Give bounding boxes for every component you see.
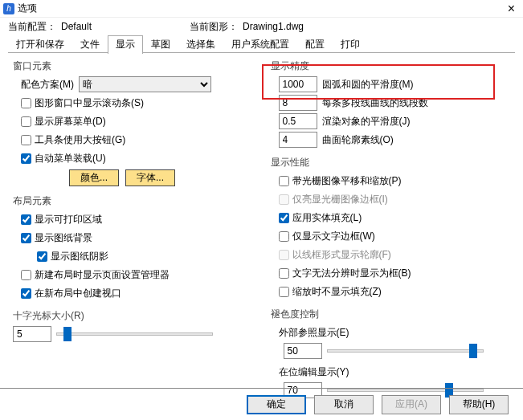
chk-auto-menu[interactable]: 自动菜单装载(U) xyxy=(21,152,106,165)
group-window-elements: 窗口元素 配色方案(M) 暗 图形窗口中显示滚动条(S) 显示屏幕菜单(D) 工… xyxy=(8,59,258,186)
chk-paper-shadow[interactable]: 显示图纸阴影 xyxy=(37,250,108,263)
chk-text-box[interactable]: 文字无法分辨时显示为框(B) xyxy=(279,267,411,280)
chk-screen-menu[interactable]: 显示屏幕菜单(D) xyxy=(21,115,106,128)
cancel-button[interactable]: 取消 xyxy=(314,395,374,414)
group-title: 显示性能 xyxy=(271,156,516,169)
slider-thumb[interactable] xyxy=(63,327,72,341)
xref-fade-label: 外部参照显示(E) xyxy=(279,326,349,340)
color-scheme-select[interactable]: 暗 xyxy=(79,76,211,92)
edit-fade-label: 在位编辑显示(Y) xyxy=(279,365,349,379)
profile-value: Default xyxy=(61,21,190,32)
render-smooth-label: 渲染对象的平滑度(J) xyxy=(322,115,411,128)
group-fade-control: 褪色度控制 外部参照显示(E) 在位编辑显示(Y) xyxy=(266,308,516,398)
close-icon[interactable]: × xyxy=(503,2,520,16)
tab-drafting[interactable]: 草图 xyxy=(143,35,178,53)
group-title: 褪色度控制 xyxy=(271,308,516,321)
apply-button: 应用(A) xyxy=(382,395,441,414)
group-layout-elements: 布局元素 显示可打印区域 显示图纸背景 显示图纸阴影 新建布局时显示页面设置管理… xyxy=(8,194,258,301)
app-icon: h xyxy=(3,3,14,14)
xref-fade-slider[interactable] xyxy=(327,349,484,353)
header-row: 当前配置： Default 当前图形： Drawing1.dwg xyxy=(0,18,523,35)
crosshair-size-input[interactable] xyxy=(13,326,51,342)
chk-page-setup-mgr[interactable]: 新建布局时显示页面设置管理器 xyxy=(21,268,170,282)
colors-button[interactable]: 颜色... xyxy=(69,169,119,186)
dialog-button-bar: 确定 取消 应用(A) 帮助(H) xyxy=(0,388,523,420)
fonts-button[interactable]: 字体... xyxy=(125,169,175,186)
drawing-label: 当前图形： xyxy=(190,20,238,34)
chk-pan-zoom-raster[interactable]: 带光栅图像平移和缩放(P) xyxy=(279,174,402,188)
tab-user[interactable]: 用户系统配置 xyxy=(223,35,297,53)
group-crosshair: 十字光标大小(R) xyxy=(8,309,258,342)
ok-button[interactable]: 确定 xyxy=(247,395,306,414)
tab-bar: 打开和保存 文件 显示 草图 选择集 用户系统配置 配置 打印 xyxy=(0,35,523,53)
group-title: 布局元素 xyxy=(13,194,258,208)
chk-wireframe-sil: 以线框形式显示轮廓(F) xyxy=(279,248,391,262)
group-title: 十字光标大小(R) xyxy=(13,309,258,323)
group-title: 显示精度 xyxy=(271,59,516,73)
dialog-title: 选项 xyxy=(18,2,37,15)
poly-seg-label: 每条多段线曲线的线段数 xyxy=(322,96,428,110)
left-column: 窗口元素 配色方案(M) 暗 图形窗口中显示滚动条(S) 显示屏幕菜单(D) 工… xyxy=(8,56,258,406)
contour-line-label: 曲面轮廓素线(O) xyxy=(322,133,394,147)
right-column: 显示精度 圆弧和圆的平滑度(M) 每条多段线曲线的线段数 渲染对象的平滑度(J)… xyxy=(266,56,516,406)
drawing-value: Drawing1.dwg xyxy=(243,21,304,32)
slider-thumb[interactable] xyxy=(469,344,477,358)
profile-label: 当前配置： xyxy=(8,20,56,34)
tab-selection[interactable]: 选择集 xyxy=(178,35,223,53)
help-button[interactable]: 帮助(H) xyxy=(449,395,509,414)
tab-display[interactable]: 显示 xyxy=(108,35,143,54)
title-bar: h 选项 × xyxy=(0,0,523,18)
arc-smooth-input[interactable] xyxy=(279,76,317,92)
arc-smooth-label: 圆弧和圆的平滑度(M) xyxy=(322,78,414,92)
chk-no-fill-zoom[interactable]: 缩放时不显示填充(Z) xyxy=(279,285,382,299)
xref-fade-input[interactable] xyxy=(284,343,322,359)
chk-raster-frame: 仅亮显光栅图像边框(I) xyxy=(279,193,388,206)
chk-create-viewport[interactable]: 在新布局中创建视口 xyxy=(21,287,121,300)
chk-paper-bg[interactable]: 显示图纸背景 xyxy=(21,231,92,245)
tab-open-save[interactable]: 打开和保存 xyxy=(8,35,72,53)
tab-plot[interactable]: 打印 xyxy=(333,35,368,53)
chk-printable-area[interactable]: 显示可打印区域 xyxy=(21,213,102,226)
contour-line-input[interactable] xyxy=(279,132,317,148)
chk-large-buttons[interactable]: 工具条使用大按钮(G) xyxy=(21,133,125,147)
render-smooth-input[interactable] xyxy=(279,113,317,129)
group-performance: 显示性能 带光栅图像平移和缩放(P) 仅亮显光栅图像边框(I) 应用实体填充(L… xyxy=(266,156,516,300)
chk-text-frame[interactable]: 仅显示文字边框(W) xyxy=(279,230,375,243)
chk-scrollbars[interactable]: 图形窗口中显示滚动条(S) xyxy=(21,96,144,110)
color-scheme-label: 配色方案(M) xyxy=(21,78,74,92)
group-title: 窗口元素 xyxy=(13,59,258,73)
chk-solid-fill[interactable]: 应用实体填充(L) xyxy=(279,211,362,225)
tab-files[interactable]: 文件 xyxy=(72,35,108,53)
group-precision: 显示精度 圆弧和圆的平滑度(M) 每条多段线曲线的线段数 渲染对象的平滑度(J)… xyxy=(266,59,516,148)
crosshair-slider[interactable] xyxy=(56,332,213,336)
tab-profiles[interactable]: 配置 xyxy=(297,35,333,53)
poly-seg-input[interactable] xyxy=(279,95,317,111)
